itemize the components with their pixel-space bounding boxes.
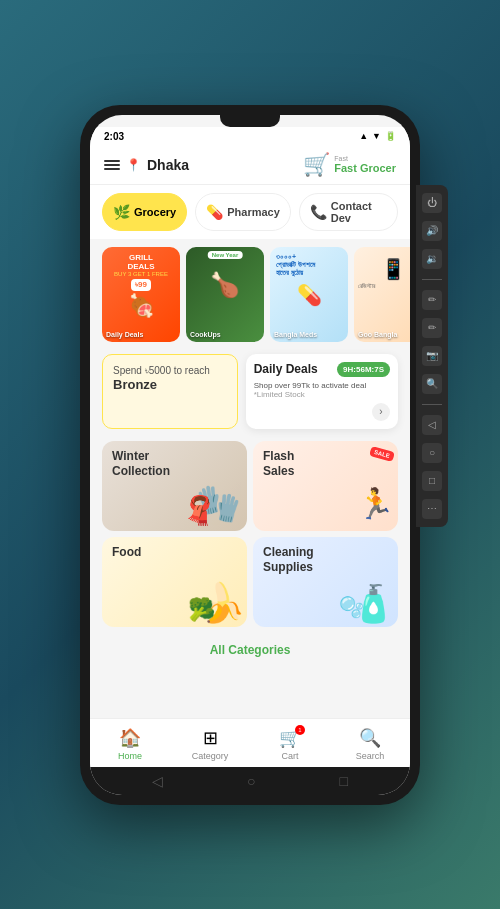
recents-button[interactable]: □ <box>340 773 348 789</box>
tab-contact-label: Contact Dev <box>331 200 387 224</box>
category-tabs: 🌿 Grocery 💊 Pharmacy 📞 Contact Dev <box>90 185 410 239</box>
tab-pharmacy-label: Pharmacy <box>227 206 280 218</box>
cat-card-winter-collection[interactable]: WinterCollection 🧤 🧣 <box>102 441 247 531</box>
city-name: Dhaka <box>147 157 189 173</box>
volume-down-button[interactable]: 🔉 <box>422 249 442 269</box>
home-button[interactable]: ○ <box>247 773 255 789</box>
bottom-nav: 🏠 Home ⊞ Category 🛒 1 Cart <box>90 718 410 767</box>
nav-search[interactable]: 🔍 Search <box>345 727 395 761</box>
camera-button[interactable]: 📷 <box>422 346 442 366</box>
banner-bangla-meds[interactable]: ৩০০০+প্রোডাক্টি উপশমেহাতের মুঠোয় 💊 Bang… <box>270 247 348 342</box>
daily-deal-title: Daily Deals <box>254 362 318 376</box>
side-buttons-right: ⏻ 🔊 🔉 ✏ ✏ 📷 🔍 ◁ ○ □ ⋯ <box>416 185 448 527</box>
more-button[interactable]: ⋯ <box>422 499 442 519</box>
banner-row: GRILLDEALS BUY 3 GET 1 FREE ৳99 🍖 Daily … <box>90 239 410 350</box>
deal-desc: Shop over 99Tk to activate deal <box>254 381 390 390</box>
zoom-button[interactable]: 🔍 <box>422 374 442 394</box>
tab-contact-dev[interactable]: 📞 Contact Dev <box>299 193 398 231</box>
banner-daily-deals[interactable]: GRILLDEALS BUY 3 GET 1 FREE ৳99 🍖 Daily … <box>102 247 180 342</box>
battery-icon: 🔋 <box>385 131 396 141</box>
cat-card-food[interactable]: Food 🍌 🥦 <box>102 537 247 627</box>
deal-timer: 9H:56M:7S <box>337 362 390 377</box>
banner-label-4: Goo Bangla <box>358 331 397 338</box>
edit-button-1[interactable]: ✏ <box>422 290 442 310</box>
top-left: 📍 Dhaka <box>104 157 189 173</box>
signal-icon: ▲ <box>359 131 368 141</box>
cat-label-food: Food <box>112 545 141 561</box>
all-categories-link[interactable]: All Categories <box>90 635 410 665</box>
phone-notch <box>220 115 280 127</box>
banner-label-3: Bangla Meds <box>274 331 317 338</box>
deal-arrow[interactable]: › <box>372 403 390 421</box>
bronze-card: Spend ৳5000 to reach Bronze <box>102 354 238 429</box>
status-bar: 2:03 ▲ ▼ 🔋 <box>90 127 410 146</box>
grocery-icon: 🌿 <box>113 204 130 220</box>
cat-label-winter: WinterCollection <box>112 449 170 480</box>
cart-badge-count: 1 <box>295 725 305 735</box>
volume-up-button[interactable]: 🔊 <box>422 221 442 241</box>
cleaning-emoji-2: 🫧 <box>339 595 364 619</box>
tab-grocery[interactable]: 🌿 Grocery <box>102 193 187 231</box>
deal-stock: *Limited Stock <box>254 390 390 399</box>
daily-deal-card[interactable]: Daily Deals 9H:56M:7S Shop over 99Tk to … <box>246 354 398 429</box>
scroll-content: GRILLDEALS BUY 3 GET 1 FREE ৳99 🍖 Daily … <box>90 239 410 718</box>
app-logo: 🛒 Fast Fast Grocer <box>303 152 396 178</box>
power-button[interactable]: ⏻ <box>422 193 442 213</box>
hamburger-menu[interactable] <box>104 160 120 170</box>
wifi-icon: ▼ <box>372 131 381 141</box>
banner-badge-2: New Year <box>208 251 243 259</box>
back-side-button[interactable]: ◁ <box>422 415 442 435</box>
logo-icon: 🛒 <box>303 152 330 178</box>
banner-cookups[interactable]: New Year 🍗 CookUps <box>186 247 264 342</box>
sales-tag: SALE <box>369 446 395 462</box>
banner-goo-bangla[interactable]: 📱 রেজিস্টার Goo Bangla <box>354 247 410 342</box>
tab-grocery-label: Grocery <box>134 206 176 218</box>
winter-emoji-2: 🧣 <box>182 494 217 527</box>
cat-card-cleaning-supplies[interactable]: CleaningSupplies 🧴 🫧 <box>253 537 398 627</box>
status-icons: ▲ ▼ 🔋 <box>359 131 396 141</box>
status-time: 2:03 <box>104 131 124 142</box>
nav-category[interactable]: ⊞ Category <box>185 727 235 761</box>
banner-label-2: CookUps <box>190 331 221 338</box>
phone-screen: 2:03 ▲ ▼ 🔋 📍 Dhaka <box>90 115 410 795</box>
deal-section: Spend ৳5000 to reach Bronze Daily Deals … <box>102 354 398 429</box>
phone-frame: 2:03 ▲ ▼ 🔋 📍 Dhaka <box>80 105 420 805</box>
nav-home[interactable]: 🏠 Home <box>105 727 155 761</box>
bronze-level: Bronze <box>113 377 227 392</box>
nav-search-label: Search <box>356 751 385 761</box>
cat-card-flash-sales[interactable]: FlashSales SALE 🏃 <box>253 441 398 531</box>
nav-home-label: Home <box>118 751 142 761</box>
category-grid: WinterCollection 🧤 🧣 FlashSales SALE 🏃 <box>90 433 410 635</box>
nav-cart-label: Cart <box>281 751 298 761</box>
category-icon: ⊞ <box>203 727 218 749</box>
back-button[interactable]: ◁ <box>152 773 163 789</box>
circle-side-button[interactable]: ○ <box>422 443 442 463</box>
runner-figure: 🏃 <box>357 486 394 521</box>
top-bar: 📍 Dhaka 🛒 Fast Fast Grocer <box>90 146 410 185</box>
cat-label-flash: FlashSales <box>263 449 294 480</box>
banner-label-1: Daily Deals <box>106 331 143 338</box>
spend-text: Spend ৳5000 to reach <box>113 365 227 377</box>
location-pin-icon: 📍 <box>126 158 141 172</box>
home-icon: 🏠 <box>119 727 141 749</box>
food-emoji-2: 🥦 <box>188 597 215 623</box>
tab-pharmacy[interactable]: 💊 Pharmacy <box>195 193 291 231</box>
search-icon: 🔍 <box>359 727 381 749</box>
cat-label-cleaning: CleaningSupplies <box>263 545 314 576</box>
bottom-home-bar: ◁ ○ □ <box>90 767 410 795</box>
edit-button-2[interactable]: ✏ <box>422 318 442 338</box>
cart-badge-wrapper: 🛒 1 <box>279 727 301 749</box>
contact-icon: 📞 <box>310 204 327 220</box>
nav-category-label: Category <box>192 751 229 761</box>
nav-cart[interactable]: 🛒 1 Cart <box>265 727 315 761</box>
pharmacy-icon: 💊 <box>206 204 223 220</box>
app-name: Fast Grocer <box>334 162 396 174</box>
square-side-button[interactable]: □ <box>422 471 442 491</box>
